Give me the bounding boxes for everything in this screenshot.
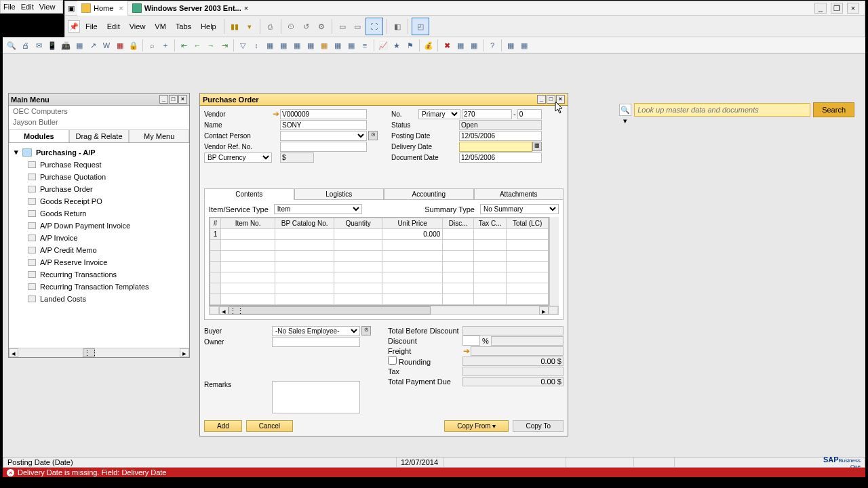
posting-date-input[interactable] bbox=[459, 131, 542, 141]
no-type-select[interactable]: Primary bbox=[418, 109, 460, 119]
mm-close-button[interactable]: × bbox=[178, 95, 187, 104]
del1-icon[interactable]: ✖ bbox=[441, 39, 453, 52]
vm-tab-active-close[interactable]: × bbox=[244, 4, 248, 12]
pdf-icon[interactable]: ▦ bbox=[114, 39, 126, 52]
volume-icon[interactable]: ▦ bbox=[332, 39, 344, 52]
chart2-icon[interactable]: ★ bbox=[391, 39, 403, 52]
word-icon[interactable]: W bbox=[100, 39, 113, 52]
tree-item-recurring-templates[interactable]: Recurring Transaction Templates bbox=[9, 281, 189, 293]
export-icon[interactable]: ↗ bbox=[87, 39, 99, 52]
cell-price[interactable]: 0.000 bbox=[382, 229, 443, 240]
snapshot-icon[interactable]: ⎙ bbox=[264, 20, 277, 33]
tree-item-landed-costs[interactable]: Landed Costs bbox=[9, 293, 189, 305]
no-input[interactable] bbox=[462, 109, 512, 119]
t1-icon[interactable]: ▦ bbox=[264, 39, 276, 52]
print-icon[interactable]: 🖨 bbox=[19, 39, 31, 52]
misc2-icon[interactable]: ▦ bbox=[518, 39, 530, 52]
cancel-button[interactable]: Cancel bbox=[246, 420, 293, 432]
table-row[interactable] bbox=[210, 251, 549, 262]
vm-help-menu[interactable]: Help bbox=[197, 20, 220, 33]
manage-icon[interactable]: ⚙ bbox=[315, 20, 328, 33]
grid-hscroll[interactable]: ◂ ⋮⋮ ▸ bbox=[209, 306, 559, 315]
col-total[interactable]: Total (LC) bbox=[507, 218, 549, 229]
contact-select[interactable] bbox=[280, 131, 367, 141]
vm-minimize-button[interactable]: _ bbox=[814, 3, 827, 14]
tree-item-purchase-quotation[interactable]: Purchase Quotation bbox=[9, 171, 189, 183]
clock-icon[interactable]: ⏲ bbox=[285, 20, 298, 33]
cash-icon[interactable]: 💰 bbox=[422, 39, 435, 52]
prev-icon[interactable]: ← bbox=[191, 39, 203, 52]
main-menu-titlebar[interactable]: Main Menu _ □ × bbox=[9, 94, 189, 106]
filter-icon[interactable]: ▽ bbox=[237, 39, 249, 52]
table-row[interactable] bbox=[210, 294, 549, 305]
target-icon[interactable]: ▦ bbox=[304, 39, 317, 52]
owner-input[interactable] bbox=[272, 337, 360, 347]
table-row[interactable] bbox=[210, 262, 549, 272]
main-menu-scrollbar[interactable]: ◂ ⋮⋮ ▸ bbox=[9, 348, 189, 357]
scroll-right-icon[interactable]: ▸ bbox=[180, 348, 189, 357]
stretch-icon[interactable]: ◰ bbox=[412, 18, 429, 35]
gross-icon[interactable]: ▦ bbox=[318, 39, 330, 52]
remarks-input[interactable] bbox=[272, 381, 360, 413]
vm-tab-home[interactable]: Home × bbox=[77, 1, 128, 16]
no-sub-input[interactable] bbox=[517, 109, 542, 119]
tab-contents[interactable]: Contents bbox=[204, 188, 294, 200]
col-catalog[interactable]: BP Catalog No. bbox=[275, 218, 334, 229]
misc1-icon[interactable]: ▦ bbox=[505, 39, 517, 52]
vm-restore-button[interactable]: ❐ bbox=[831, 3, 843, 14]
tree-section-purchasing[interactable]: ▾ Purchasing - A/P bbox=[9, 146, 189, 159]
tab-drag-relate[interactable]: Drag & Relate bbox=[69, 129, 130, 142]
tab-accounting[interactable]: Accounting bbox=[384, 188, 474, 200]
scroll-left-icon[interactable]: ◂ bbox=[9, 348, 18, 357]
summary-type-select[interactable]: No Summary bbox=[480, 204, 559, 214]
fullscreen-icon[interactable]: ⛶ bbox=[366, 18, 383, 35]
table-row[interactable] bbox=[210, 272, 549, 283]
tree-item-ap-downpayment[interactable]: A/P Down Payment Invoice bbox=[9, 220, 189, 232]
vm-close-button[interactable]: × bbox=[847, 3, 859, 14]
tree-item-purchase-order[interactable]: Purchase Order bbox=[9, 183, 189, 195]
search-button[interactable]: Search bbox=[813, 102, 854, 117]
po-close-button[interactable]: × bbox=[556, 95, 565, 104]
rounding-checkbox[interactable] bbox=[388, 356, 397, 365]
calendar-icon[interactable]: ▦ bbox=[532, 142, 542, 151]
vm-tab-active[interactable]: Windows Server 2003 Ent... × bbox=[128, 3, 252, 13]
po-minimize-button[interactable]: _ bbox=[537, 95, 546, 104]
tab-my-menu[interactable]: My Menu bbox=[129, 129, 189, 142]
col-itemno[interactable]: Item No. bbox=[221, 218, 275, 229]
grid-vscroll[interactable] bbox=[549, 217, 559, 306]
table-row[interactable] bbox=[210, 283, 549, 294]
tree-item-goods-return[interactable]: Goods Return bbox=[9, 207, 189, 220]
vref-input[interactable] bbox=[280, 142, 367, 152]
tree-item-goods-receipt[interactable]: Goods Receipt PO bbox=[9, 195, 189, 207]
po-titlebar[interactable]: Purchase Order _ □ × bbox=[200, 94, 568, 106]
vm-vm-menu[interactable]: VM bbox=[151, 20, 170, 33]
chart1-icon[interactable]: 📈 bbox=[377, 39, 389, 52]
itemservice-select[interactable]: Item bbox=[274, 204, 362, 214]
tree-item-purchase-request[interactable]: Purchase Request bbox=[9, 159, 189, 171]
col-qty[interactable]: Quantity bbox=[334, 218, 382, 229]
view2-icon[interactable]: ▭ bbox=[351, 20, 364, 33]
del3-icon[interactable]: ▦ bbox=[468, 39, 480, 52]
vm-edit-menu[interactable]: Edit bbox=[103, 20, 124, 33]
base-icon[interactable]: ▦ bbox=[291, 39, 303, 52]
name-input[interactable] bbox=[280, 120, 367, 130]
copy-to-button[interactable]: Copy To bbox=[513, 420, 564, 432]
tab-modules[interactable]: Modules bbox=[9, 129, 69, 142]
contact-detail-icon[interactable]: ⊙ bbox=[368, 131, 378, 140]
t2-icon[interactable]: ▦ bbox=[277, 39, 290, 52]
tab-attachments[interactable]: Attachments bbox=[474, 188, 564, 200]
link-arrow-icon[interactable]: ➔ bbox=[462, 346, 471, 356]
play-dropdown-icon[interactable]: ▾ bbox=[243, 20, 256, 33]
col-num[interactable]: # bbox=[210, 218, 221, 229]
find-icon[interactable]: ⌕ bbox=[146, 39, 158, 52]
col-price[interactable]: Unit Price bbox=[382, 218, 443, 229]
vendor-input[interactable] bbox=[280, 109, 367, 119]
del2-icon[interactable]: ▦ bbox=[454, 39, 467, 52]
copy-from-button[interactable]: Copy From bbox=[444, 420, 509, 432]
col-tax[interactable]: Tax C... bbox=[474, 218, 507, 229]
buyer-detail-icon[interactable]: ⊙ bbox=[361, 326, 371, 336]
vm-tab-home-close[interactable]: × bbox=[119, 4, 123, 12]
tab-logistics[interactable]: Logistics bbox=[294, 188, 384, 200]
col-disc[interactable]: Disc... bbox=[443, 218, 474, 229]
discount-pct-input[interactable] bbox=[462, 336, 480, 346]
